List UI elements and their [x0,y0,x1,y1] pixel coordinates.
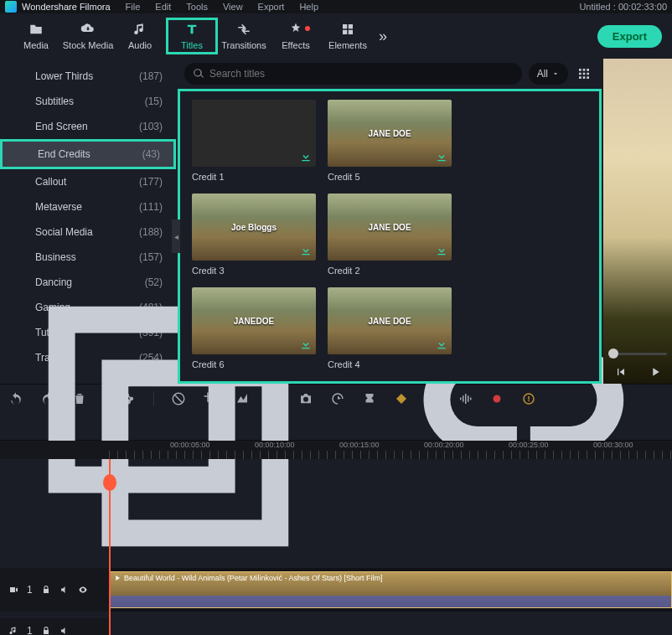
record-vo-icon[interactable] [489,391,504,406]
render-icon[interactable] [521,391,536,406]
grid-view-toggle[interactable] [573,63,595,85]
download-icon[interactable] [435,150,448,163]
preview-frame [603,59,672,384]
scrubber-knob[interactable] [608,348,618,359]
sidebar-item-end-credits[interactable]: End Credits(43) [0,139,176,169]
sidebar-item-subtitles[interactable]: Subtitles(15) [0,89,176,114]
tab-media[interactable]: Media [10,18,62,54]
title-thumb[interactable]: Joe BloggsCredit 3 [192,194,316,276]
filter-dropdown[interactable]: All [529,63,568,85]
sidebar-item-end-screen[interactable]: End Screen(103) [0,114,176,139]
tab-audio-label: Audio [128,40,152,50]
tab-media-label: Media [23,40,49,50]
lock-icon[interactable] [41,585,51,595]
clip-play-icon [113,574,121,582]
tab-elements-label: Elements [328,40,367,50]
search-box[interactable] [184,63,522,85]
clip-title: Beautiful World - Wild Animals (Petar Mi… [124,574,382,582]
menu-file[interactable]: File [126,2,141,12]
video-track-1[interactable]: 1 Beautiful World - Wild Animals (Petar … [0,568,672,612]
crop-button[interactable] [203,391,218,406]
mute-icon[interactable] [59,626,70,635]
title-thumb[interactable]: JANEDOECredit 6 [192,287,316,369]
export-button[interactable]: Export [597,25,662,48]
markers-icon[interactable] [362,391,377,406]
menu-export[interactable]: Export [258,2,285,12]
thumb-name: Credit 2 [328,266,452,276]
mute-icon[interactable] [59,585,70,595]
sidebar-item-label: Subtitles [35,96,74,107]
video-track-head: 1 [0,568,109,612]
prohibit-icon[interactable] [171,391,186,406]
title-thumb[interactable]: JANE DOECredit 5 [328,100,452,182]
thumb-image [192,100,316,167]
redo-button[interactable] [40,391,55,406]
sidebar-item-count: (103) [139,121,163,132]
timeline-ruler[interactable]: 00:00:05:0000:00:10:0000:00:15:0000:00:2… [0,441,672,459]
color-button[interactable] [266,391,282,406]
tab-transitions[interactable]: Transitions [218,18,270,54]
menu-tools[interactable]: Tools [186,2,208,12]
sidebar-item-label: Callout [35,176,66,188]
delete-button[interactable] [72,391,87,406]
title-thumb[interactable]: JANE DOECredit 2 [328,194,452,276]
video-clip[interactable]: Beautiful World - Wild Animals (Petar Mi… [109,571,672,608]
download-icon[interactable] [299,150,313,163]
sidebar-item-social-media[interactable]: Social Media(188) [0,219,176,245]
download-icon[interactable] [435,244,448,257]
lock-icon[interactable] [41,626,51,635]
visibility-icon[interactable] [78,585,88,595]
snapshot-button[interactable] [298,391,313,406]
timeline-header [0,412,672,441]
tab-audio[interactable]: Audio [114,18,166,54]
svg-point-0 [269,394,279,404]
sidebar-item-metaverse[interactable]: Metaverse(111) [0,194,176,219]
chevron-down-icon [551,70,560,78]
elements-icon [340,22,355,37]
sidebar-item-count: (43) [142,148,160,160]
title-thumb[interactable]: Credit 1 [192,100,316,182]
tab-elements[interactable]: Elements [322,18,374,54]
tab-effects[interactable]: Effects [270,18,322,54]
collapse-sidebar-handle[interactable]: ◂ [172,219,180,253]
adjust-icon[interactable] [426,391,441,406]
split-button[interactable] [121,391,137,406]
sidebar-item-count: (187) [139,70,163,82]
speed-icon[interactable] [330,391,345,406]
playhead[interactable] [109,459,111,635]
sidebar-item-label: Metaverse [35,201,82,213]
titles-icon [184,22,199,37]
undo-button[interactable] [8,391,23,406]
sidebar-item-count: (188) [139,226,163,238]
audio-track-1[interactable]: 1 [0,618,672,635]
thumb-name: Credit 4 [328,359,452,369]
speed-ramp-icon[interactable] [235,391,250,406]
more-tabs-button[interactable]: » [379,28,387,45]
app-name: Wondershare Filmora [22,2,111,12]
download-icon[interactable] [435,338,448,351]
tab-stock-media[interactable]: Stock Media [62,18,114,54]
thumb-name: Credit 5 [328,172,452,182]
title-thumb[interactable]: JANE DOECredit 4 [328,287,452,369]
sidebar-item-callout[interactable]: Callout(177) [0,169,176,194]
download-icon[interactable] [299,244,313,257]
download-icon[interactable] [299,338,313,351]
menu-edit[interactable]: Edit [155,2,171,12]
search-icon [193,68,204,80]
sidebar-item-lower-thirds[interactable]: Lower Thirds(187) [0,64,176,89]
play-button[interactable] [649,365,662,379]
search-input[interactable] [209,68,514,80]
ruler-mark: 00:00:10:00 [255,441,295,449]
sidebar-item-count: (177) [139,176,163,188]
notification-dot [305,26,310,31]
menu-view[interactable]: View [223,2,243,12]
menu-help[interactable]: Help [299,2,318,12]
titles-grid-container: ◂ Credit 1JANE DOECredit 5Joe BloggsCred… [178,89,602,384]
audio-mix-icon[interactable] [457,391,473,406]
keyframe-icon[interactable] [394,391,409,406]
prev-frame-button[interactable] [614,365,628,379]
thumb-image: JANE DOE [328,287,452,354]
folder-icon [28,22,44,37]
preview-scrubber[interactable] [608,353,667,355]
tab-titles[interactable]: Titles [166,18,218,54]
